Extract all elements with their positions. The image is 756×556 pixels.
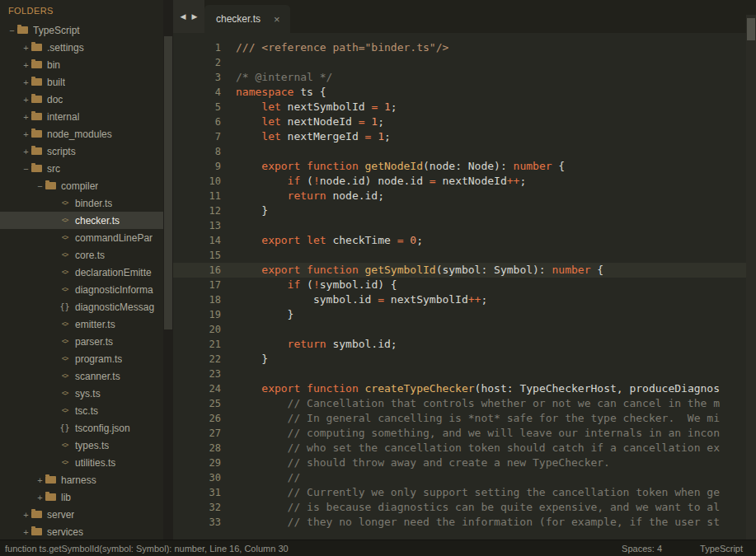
code-line-20[interactable]: 20	[173, 322, 756, 337]
tree-item-compiler[interactable]: −compiler	[0, 177, 163, 194]
code-line-32[interactable]: 32 // is because diagnostics can be quit…	[173, 500, 756, 515]
expand-icon[interactable]: +	[21, 510, 31, 520]
tree-item-node-modules[interactable]: +node_modules	[0, 125, 163, 143]
code-line-17[interactable]: 17 if (!symbol.id) {	[173, 278, 756, 292]
history-back-icon[interactable]: ◀	[181, 12, 186, 21]
status-language[interactable]: TypeScript	[700, 544, 743, 554]
tree-item-tsc-ts[interactable]: <>tsc.ts	[0, 402, 163, 419]
tree-item-doc[interactable]: +doc	[0, 91, 163, 108]
expand-icon[interactable]: +	[21, 129, 31, 139]
tree-item-label: utilities.ts	[75, 457, 115, 469]
expand-icon[interactable]: +	[21, 147, 31, 157]
tree-item-binder-ts[interactable]: <>binder.ts	[0, 194, 163, 212]
tree-item-parser-ts[interactable]: <>parser.ts	[0, 333, 163, 350]
line-number: 11	[173, 189, 221, 203]
history-forward-icon[interactable]: ▶	[192, 12, 198, 21]
tree-item-scanner-ts[interactable]: <>scanner.ts	[0, 367, 163, 385]
tree-item-emitter-ts[interactable]: <>emitter.ts	[0, 315, 163, 333]
expand-icon[interactable]: +	[21, 77, 31, 87]
tab-close-icon[interactable]: ×	[274, 13, 280, 26]
tree-item-program-ts[interactable]: <>program.ts	[0, 350, 163, 367]
ts-file-icon: <>	[59, 251, 70, 259]
expand-icon[interactable]: +	[21, 112, 31, 122]
expand-icon[interactable]: +	[21, 43, 31, 53]
tree-item-commandlinepar[interactable]: <>commandLinePar	[0, 229, 163, 246]
tree-item-declarationemitte[interactable]: <>declarationEmitte	[0, 264, 163, 281]
code-line-9[interactable]: 9 export function getNodeId(node: Node):…	[173, 159, 756, 174]
expand-icon[interactable]: +	[35, 475, 45, 485]
code-line-23[interactable]: 23	[173, 367, 756, 381]
ts-file-icon: <>	[59, 286, 70, 293]
tab-label: checker.ts	[216, 13, 261, 25]
code-line-3[interactable]: 3/* @internal */	[173, 70, 756, 85]
tree-item-src[interactable]: −src	[0, 160, 163, 177]
collapse-icon[interactable]: −	[7, 26, 17, 35]
expand-icon[interactable]: +	[21, 95, 31, 105]
status-indentation[interactable]: Spaces: 4	[622, 544, 662, 554]
tree-item-label: services	[47, 526, 83, 538]
code-line-2[interactable]: 2	[173, 55, 756, 70]
tree-item-core-ts[interactable]: <>core.ts	[0, 246, 163, 264]
code-line-31[interactable]: 31 // Currently we only support setting …	[173, 485, 756, 500]
tree-item-built[interactable]: +built	[0, 73, 163, 91]
tree-item-diagnosticinforma[interactable]: <>diagnosticInforma	[0, 281, 163, 298]
code-line-15[interactable]: 15	[173, 248, 756, 263]
code-line-33[interactable]: 33 // they no longer need the informatio…	[173, 515, 756, 530]
tree-item-bin[interactable]: +bin	[0, 56, 163, 73]
code-line-30[interactable]: 30 //	[173, 470, 756, 485]
code-line-10[interactable]: 10 if (!node.id) node.id = nextNodeId++;	[173, 174, 756, 189]
code-line-4[interactable]: 4namespace ts {	[173, 85, 756, 100]
tree-item-lib[interactable]: +lib	[0, 488, 163, 506]
tree-item-scripts[interactable]: +scripts	[0, 143, 163, 160]
code-line-28[interactable]: 28 // who set the cancellation token sho…	[173, 441, 756, 456]
code-line-8[interactable]: 8	[173, 144, 756, 159]
tree-item-server[interactable]: +server	[0, 506, 163, 523]
code-line-1[interactable]: 1/// <reference path="binder.ts"/>	[173, 40, 756, 55]
expand-icon[interactable]: +	[21, 527, 31, 537]
code-line-12[interactable]: 12 }	[173, 203, 756, 218]
tree-item-settings[interactable]: +.settings	[0, 39, 163, 56]
collapse-icon[interactable]: −	[21, 164, 31, 174]
expand-icon[interactable]: +	[35, 493, 45, 502]
tree-item-sys-ts[interactable]: <>sys.ts	[0, 385, 163, 402]
editor-scrollbar-thumb[interactable]	[747, 18, 755, 40]
code-line-25[interactable]: 25 // Cancellation that controls whether…	[173, 396, 756, 411]
code-line-14[interactable]: 14 export let checkTime = 0;	[173, 233, 756, 248]
code-line-18[interactable]: 18 symbol.id = nextSymbolId++;	[173, 292, 756, 307]
tree-item-diagnosticmessag[interactable]: {}diagnosticMessag	[0, 298, 163, 315]
code-line-5[interactable]: 5 let nextSymbolId = 1;	[173, 100, 756, 114]
tree-item-types-ts[interactable]: <>types.ts	[0, 437, 163, 454]
tree-item-typescript[interactable]: −TypeScript	[0, 21, 163, 39]
code-line-27[interactable]: 27 // computing something, and we will l…	[173, 426, 756, 441]
code-line-11[interactable]: 11 return node.id;	[173, 189, 756, 203]
sidebar-scrollbar[interactable]	[163, 0, 173, 540]
tree-item-internal[interactable]: +internal	[0, 108, 163, 125]
code-line-24[interactable]: 24 export function createTypeChecker(hos…	[173, 381, 756, 396]
code-line-26[interactable]: 26 // In general cancelling is *not* saf…	[173, 411, 756, 426]
tab-checker-ts[interactable]: checker.ts ×	[204, 5, 290, 33]
code-line-7[interactable]: 7 let nextMergeId = 1;	[173, 129, 756, 144]
code-line-21[interactable]: 21 return symbol.id;	[173, 337, 756, 352]
line-text: export function getNodeId(node: Node): n…	[221, 159, 565, 174]
sidebar-scrollbar-thumb[interactable]	[164, 36, 172, 329]
tree-item-tsconfig-json[interactable]: {}tsconfig.json	[0, 419, 163, 437]
code-line-19[interactable]: 19 }	[173, 307, 756, 322]
expand-icon[interactable]: +	[21, 60, 31, 70]
code-line-13[interactable]: 13	[173, 218, 756, 233]
tree-item-checker-ts[interactable]: <>checker.ts	[0, 212, 163, 229]
collapse-icon[interactable]: −	[35, 181, 45, 191]
code-line-16[interactable]: 16 export function getSymbolId(symbol: S…	[173, 263, 756, 278]
editor-scrollbar[interactable]	[746, 15, 756, 540]
code-line-22[interactable]: 22 }	[173, 352, 756, 367]
code-editor[interactable]: 1/// <reference path="binder.ts"/>23/* @…	[173, 33, 756, 540]
tree-item-label: tsc.ts	[75, 405, 98, 417]
tree-item-label: server	[47, 509, 74, 521]
code-line-29[interactable]: 29 // should throw away and create a new…	[173, 456, 756, 470]
tree-item-harness[interactable]: +harness	[0, 471, 163, 488]
tree-item-label: diagnosticMessag	[75, 301, 154, 313]
line-text	[221, 218, 236, 233]
tree-item-services[interactable]: +services	[0, 523, 163, 540]
code-line-6[interactable]: 6 let nextNodeId = 1;	[173, 114, 756, 129]
tree-item-utilities-ts[interactable]: <>utilities.ts	[0, 454, 163, 471]
line-text: //	[221, 470, 300, 485]
